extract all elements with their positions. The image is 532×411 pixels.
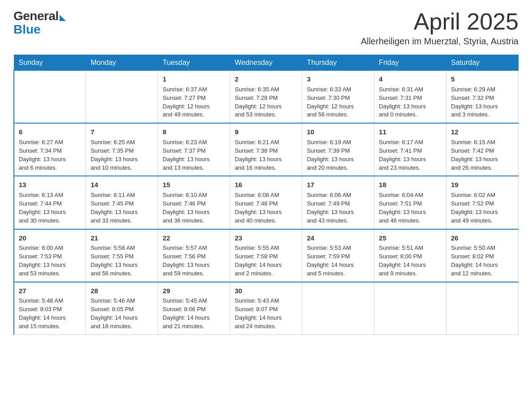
col-header-friday: Friday [374,55,446,71]
calendar-cell: 5Sunrise: 6:29 AMSunset: 7:32 PMDaylight… [446,71,519,124]
day-info: Sunrise: 6:08 AMSunset: 7:48 PMDaylight:… [235,191,297,225]
day-number: 11 [379,127,442,137]
calendar-cell [302,282,374,335]
calendar-cell [446,282,519,335]
calendar-cell: 21Sunrise: 5:58 AMSunset: 7:55 PMDayligh… [86,229,158,282]
calendar-table: SundayMondayTuesdayWednesdayThursdayFrid… [13,55,519,335]
calendar-cell: 2Sunrise: 6:35 AMSunset: 7:28 PMDaylight… [230,71,302,124]
day-number: 4 [379,74,442,84]
day-info: Sunrise: 6:17 AMSunset: 7:41 PMDaylight:… [379,138,442,172]
calendar-cell: 15Sunrise: 6:10 AMSunset: 7:46 PMDayligh… [158,176,230,229]
logo-blue-text: Blue [13,22,41,37]
day-info: Sunrise: 6:02 AMSunset: 7:52 PMDaylight:… [451,191,514,225]
day-info: Sunrise: 5:43 AMSunset: 8:07 PMDaylight:… [235,297,297,330]
day-number: 8 [163,127,225,137]
day-info: Sunrise: 5:57 AMSunset: 7:56 PMDaylight:… [163,244,225,278]
calendar-cell [374,282,446,335]
day-info: Sunrise: 6:35 AMSunset: 7:28 PMDaylight:… [235,86,297,119]
logo-general-text: General [13,9,59,23]
header: General Blue April 2025 Allerheiligen im… [13,9,519,47]
day-number: 18 [379,180,442,190]
calendar-cell: 29Sunrise: 5:45 AMSunset: 8:06 PMDayligh… [158,282,230,335]
logo-triangle-icon [60,15,66,21]
day-info: Sunrise: 5:46 AMSunset: 8:05 PMDaylight:… [90,297,153,330]
col-header-sunday: Sunday [14,55,86,71]
day-number: 14 [90,180,153,190]
day-number: 12 [451,127,514,137]
calendar-cell: 16Sunrise: 6:08 AMSunset: 7:48 PMDayligh… [230,176,302,229]
title-area: April 2025 Allerheiligen im Muerztal, St… [361,9,519,47]
calendar-cell: 19Sunrise: 6:02 AMSunset: 7:52 PMDayligh… [446,176,519,229]
day-number: 21 [90,233,153,243]
day-number: 24 [307,233,369,243]
day-info: Sunrise: 6:13 AMSunset: 7:44 PMDaylight:… [19,191,81,225]
calendar-cell: 8Sunrise: 6:23 AMSunset: 7:37 PMDaylight… [158,123,230,176]
day-number: 26 [451,233,514,243]
day-info: Sunrise: 6:19 AMSunset: 7:39 PMDaylight:… [307,138,369,172]
calendar-cell: 4Sunrise: 6:31 AMSunset: 7:31 PMDaylight… [374,71,446,124]
calendar-header-row: SundayMondayTuesdayWednesdayThursdayFrid… [14,55,519,71]
day-number: 29 [163,286,225,296]
day-number: 9 [235,127,297,137]
day-info: Sunrise: 6:31 AMSunset: 7:31 PMDaylight:… [379,86,442,119]
day-number: 30 [235,286,297,296]
calendar-cell: 25Sunrise: 5:51 AMSunset: 8:00 PMDayligh… [374,229,446,282]
day-info: Sunrise: 5:50 AMSunset: 8:02 PMDaylight:… [451,244,514,278]
calendar-cell: 28Sunrise: 5:46 AMSunset: 8:05 PMDayligh… [86,282,158,335]
calendar-cell [86,71,158,124]
day-info: Sunrise: 6:04 AMSunset: 7:51 PMDaylight:… [379,191,442,225]
day-number: 2 [235,74,297,84]
day-info: Sunrise: 6:29 AMSunset: 7:32 PMDaylight:… [451,86,514,119]
day-info: Sunrise: 6:23 AMSunset: 7:37 PMDaylight:… [163,138,225,172]
day-number: 6 [19,127,81,137]
day-info: Sunrise: 6:25 AMSunset: 7:35 PMDaylight:… [90,138,153,172]
day-number: 5 [451,74,514,84]
calendar-cell: 10Sunrise: 6:19 AMSunset: 7:39 PMDayligh… [302,123,374,176]
month-title: April 2025 [361,9,519,34]
logo: General Blue [13,9,66,37]
day-number: 15 [163,180,225,190]
calendar-week-row: 13Sunrise: 6:13 AMSunset: 7:44 PMDayligh… [14,176,519,229]
day-info: Sunrise: 5:48 AMSunset: 8:03 PMDaylight:… [19,297,81,330]
day-info: Sunrise: 5:55 AMSunset: 7:58 PMDaylight:… [235,244,297,278]
calendar-week-row: 20Sunrise: 6:00 AMSunset: 7:53 PMDayligh… [14,229,519,282]
day-info: Sunrise: 5:58 AMSunset: 7:55 PMDaylight:… [90,244,153,278]
day-info: Sunrise: 6:10 AMSunset: 7:46 PMDaylight:… [163,191,225,225]
calendar-cell: 23Sunrise: 5:55 AMSunset: 7:58 PMDayligh… [230,229,302,282]
calendar-cell: 14Sunrise: 6:11 AMSunset: 7:45 PMDayligh… [86,176,158,229]
day-info: Sunrise: 6:11 AMSunset: 7:45 PMDaylight:… [90,191,153,225]
day-number: 28 [90,286,153,296]
calendar-cell: 9Sunrise: 6:21 AMSunset: 7:38 PMDaylight… [230,123,302,176]
day-number: 17 [307,180,369,190]
day-info: Sunrise: 6:37 AMSunset: 7:27 PMDaylight:… [163,86,225,119]
calendar-week-row: 1Sunrise: 6:37 AMSunset: 7:27 PMDaylight… [14,71,519,124]
calendar-cell: 22Sunrise: 5:57 AMSunset: 7:56 PMDayligh… [158,229,230,282]
calendar-cell: 20Sunrise: 6:00 AMSunset: 7:53 PMDayligh… [14,229,86,282]
col-header-thursday: Thursday [302,55,374,71]
calendar-cell: 7Sunrise: 6:25 AMSunset: 7:35 PMDaylight… [86,123,158,176]
day-number: 20 [19,233,81,243]
day-info: Sunrise: 6:15 AMSunset: 7:42 PMDaylight:… [451,138,514,172]
calendar-week-row: 6Sunrise: 6:27 AMSunset: 7:34 PMDaylight… [14,123,519,176]
col-header-monday: Monday [86,55,158,71]
day-number: 19 [451,180,514,190]
calendar-cell: 1Sunrise: 6:37 AMSunset: 7:27 PMDaylight… [158,71,230,124]
calendar-cell: 12Sunrise: 6:15 AMSunset: 7:42 PMDayligh… [446,123,519,176]
day-info: Sunrise: 6:33 AMSunset: 7:30 PMDaylight:… [307,86,369,119]
calendar-cell [14,71,86,124]
calendar-cell: 26Sunrise: 5:50 AMSunset: 8:02 PMDayligh… [446,229,519,282]
day-number: 23 [235,233,297,243]
calendar-cell: 13Sunrise: 6:13 AMSunset: 7:44 PMDayligh… [14,176,86,229]
day-info: Sunrise: 5:53 AMSunset: 7:59 PMDaylight:… [307,244,369,278]
calendar-cell: 17Sunrise: 6:06 AMSunset: 7:49 PMDayligh… [302,176,374,229]
day-info: Sunrise: 6:27 AMSunset: 7:34 PMDaylight:… [19,138,81,172]
day-number: 22 [163,233,225,243]
day-info: Sunrise: 6:21 AMSunset: 7:38 PMDaylight:… [235,138,297,172]
calendar-cell: 3Sunrise: 6:33 AMSunset: 7:30 PMDaylight… [302,71,374,124]
day-number: 25 [379,233,442,243]
day-number: 16 [235,180,297,190]
calendar-cell: 27Sunrise: 5:48 AMSunset: 8:03 PMDayligh… [14,282,86,335]
day-info: Sunrise: 5:45 AMSunset: 8:06 PMDaylight:… [163,297,225,330]
calendar-cell: 30Sunrise: 5:43 AMSunset: 8:07 PMDayligh… [230,282,302,335]
calendar-week-row: 27Sunrise: 5:48 AMSunset: 8:03 PMDayligh… [14,282,519,335]
